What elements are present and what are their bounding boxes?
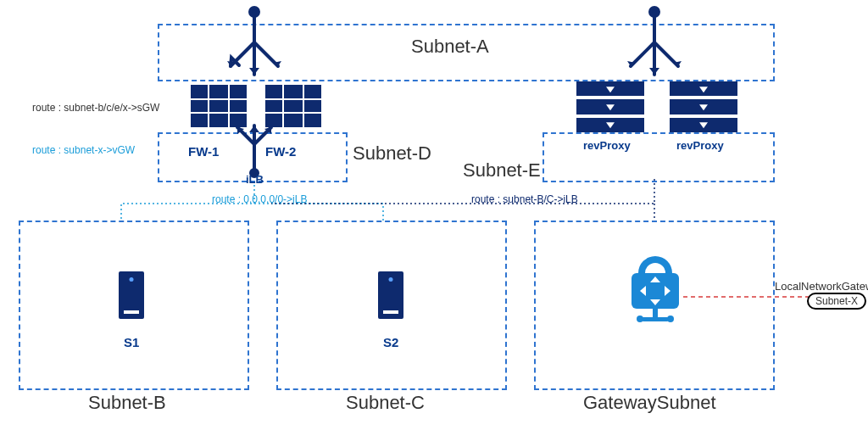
firewall-2-icon bbox=[265, 85, 321, 127]
gateway-subnet-label: GatewaySubnet bbox=[583, 392, 716, 414]
svg-marker-18 bbox=[249, 126, 259, 132]
revproxy-2-icon bbox=[670, 81, 737, 132]
route-bc-ilb-label: route : subnet-B/C->iLB bbox=[471, 193, 578, 205]
subnet-x-pill: Subnet-X bbox=[807, 293, 866, 310]
subnet-b-label: Subnet-B bbox=[88, 392, 166, 414]
rp1-label: revProxy bbox=[583, 139, 631, 152]
subnet-c-label: Subnet-C bbox=[346, 392, 425, 414]
subnet-d-label: Subnet-D bbox=[353, 142, 431, 165]
s2-label: S2 bbox=[383, 335, 398, 349]
route-vgw-label: route : subnet-x->vGW bbox=[32, 144, 135, 156]
gateway-subnet-box bbox=[534, 221, 775, 390]
server-s1-icon bbox=[119, 271, 144, 319]
fw1-label: FW-1 bbox=[188, 144, 219, 159]
fw2-label: FW-2 bbox=[265, 144, 296, 159]
route-bc-ilb-line bbox=[271, 179, 654, 204]
svg-point-7 bbox=[650, 8, 659, 16]
subnet-e-box bbox=[542, 132, 775, 182]
local-network-gateway-label: LocalNetworkGateway bbox=[775, 280, 868, 293]
revproxy-1-icon bbox=[576, 81, 644, 132]
subnet-a-label: Subnet-A bbox=[411, 36, 489, 58]
firewall-1-icon bbox=[191, 85, 247, 127]
svg-point-0 bbox=[250, 8, 259, 16]
subnet-e-label: Subnet-E bbox=[463, 159, 541, 181]
s1-label: S1 bbox=[124, 335, 139, 349]
route-default-ilb-label: route : 0.0.0.0/0->iLB bbox=[212, 193, 307, 205]
ilb-label: iLB bbox=[246, 173, 264, 186]
subnet-x-label: Subnet-X bbox=[815, 295, 858, 307]
route-sgw-label: route : subnet-b/c/e/x->sGW bbox=[32, 102, 159, 114]
rp2-label: revProxy bbox=[676, 139, 724, 152]
server-s2-icon bbox=[378, 271, 403, 319]
